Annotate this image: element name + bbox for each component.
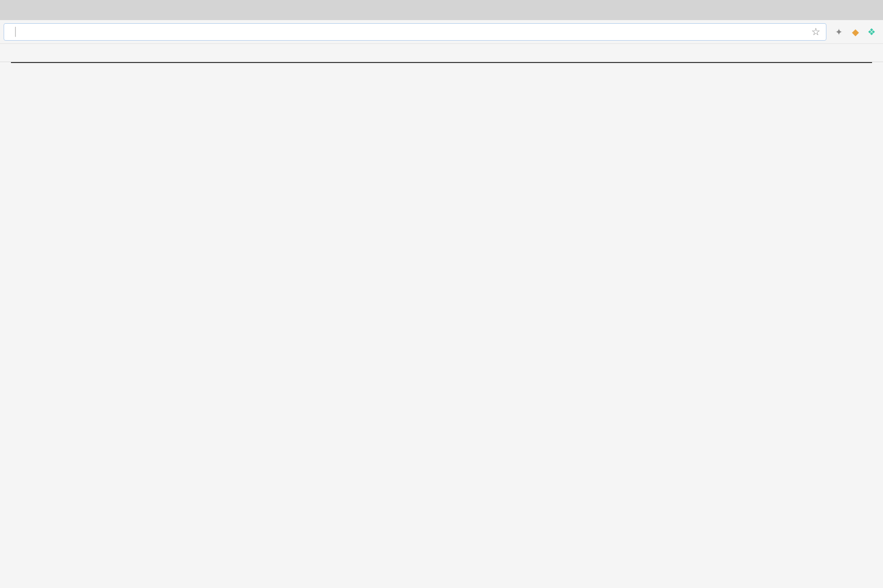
build-log bbox=[11, 62, 872, 63]
address-bar-row: │ ☆ ✦ ◆ ❖ bbox=[0, 20, 883, 44]
extension-puzzle-icon[interactable]: ✦ bbox=[834, 27, 844, 37]
omnibox-separator: │ bbox=[13, 27, 18, 37]
omnibox[interactable]: │ ☆ bbox=[4, 23, 826, 41]
extension-icon-a[interactable]: ◆ bbox=[850, 27, 860, 37]
bookmark-star-icon[interactable]: ☆ bbox=[811, 26, 820, 38]
extension-icon-b[interactable]: ❖ bbox=[867, 27, 877, 37]
browser-tab-bar bbox=[0, 0, 883, 20]
extension-icons: ✦ ◆ ❖ bbox=[826, 27, 879, 37]
bookmarks-bar bbox=[0, 44, 883, 62]
